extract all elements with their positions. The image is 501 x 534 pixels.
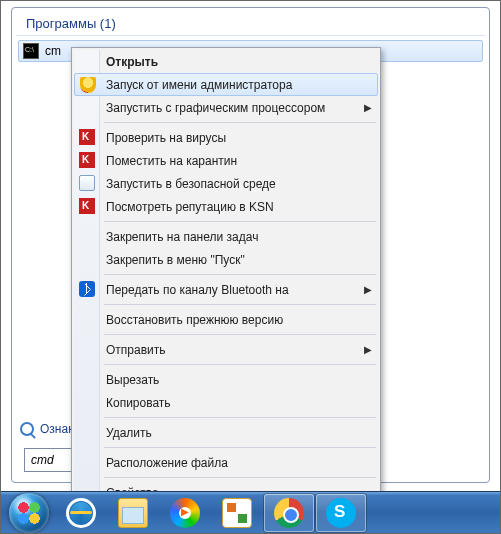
start-button[interactable]	[9, 493, 49, 533]
menu-separator	[104, 122, 376, 123]
kaspersky-icon	[79, 129, 95, 145]
cmd-icon	[23, 43, 39, 59]
media-player-icon	[170, 498, 200, 528]
section-header-programs: Программы (1)	[16, 8, 485, 36]
menu-separator	[104, 364, 376, 365]
chrome-icon	[274, 498, 304, 528]
menu-separator	[104, 334, 376, 335]
uac-shield-icon	[80, 77, 96, 93]
submenu-arrow-icon: ▶	[364, 284, 372, 295]
menu-item-run-as-admin[interactable]: Запуск от имени администратора	[74, 73, 378, 96]
kaspersky-icon	[79, 198, 95, 214]
menu-item-safe-run[interactable]: Запустить в безопасной среде	[74, 172, 378, 195]
explorer-icon	[118, 498, 148, 528]
menu-item-copy[interactable]: Копировать	[74, 391, 378, 414]
taskbar	[1, 491, 500, 533]
context-menu: Открыть Запуск от имени администратора З…	[71, 47, 381, 507]
menu-separator	[104, 417, 376, 418]
menu-item-delete[interactable]: Удалить	[74, 421, 378, 444]
menu-separator	[104, 477, 376, 478]
menu-item-pin-taskbar[interactable]: Закрепить на панели задач	[74, 225, 378, 248]
search-icon	[20, 422, 34, 436]
app-icon	[222, 498, 252, 528]
menu-item-restore[interactable]: Восстановить прежнюю версию	[74, 308, 378, 331]
menu-separator	[104, 304, 376, 305]
menu-item-ksn[interactable]: Посмотреть репутацию в KSN	[74, 195, 378, 218]
menu-item-file-location[interactable]: Расположение файла	[74, 451, 378, 474]
taskbar-media-player[interactable]	[160, 494, 210, 532]
taskbar-skype[interactable]	[316, 494, 366, 532]
taskbar-app[interactable]	[212, 494, 262, 532]
menu-item-pin-start[interactable]: Закрепить в меню "Пуск"	[74, 248, 378, 271]
menu-item-bluetooth[interactable]: Передать по каналу Bluetooth на ▶	[74, 278, 378, 301]
menu-item-cut[interactable]: Вырезать	[74, 368, 378, 391]
kaspersky-icon	[79, 152, 95, 168]
menu-item-open[interactable]: Открыть	[74, 50, 378, 73]
menu-separator	[104, 274, 376, 275]
search-result-label: cm	[45, 44, 61, 58]
ie-icon	[66, 498, 96, 528]
see-more-label: Ознак	[40, 422, 73, 436]
taskbar-ie[interactable]	[56, 494, 106, 532]
bluetooth-icon	[79, 281, 95, 297]
taskbar-chrome[interactable]	[264, 494, 314, 532]
menu-item-quarantine[interactable]: Поместить на карантин	[74, 149, 378, 172]
menu-item-virus-scan[interactable]: Проверить на вирусы	[74, 126, 378, 149]
sandbox-icon	[79, 175, 95, 191]
see-more-results[interactable]: Ознак	[20, 422, 73, 436]
taskbar-explorer[interactable]	[108, 494, 158, 532]
skype-icon	[326, 498, 356, 528]
submenu-arrow-icon: ▶	[364, 344, 372, 355]
menu-separator	[104, 221, 376, 222]
menu-item-run-with-gpu[interactable]: Запустить с графическим процессором ▶	[74, 96, 378, 119]
submenu-arrow-icon: ▶	[364, 102, 372, 113]
menu-item-send-to[interactable]: Отправить ▶	[74, 338, 378, 361]
menu-separator	[104, 447, 376, 448]
